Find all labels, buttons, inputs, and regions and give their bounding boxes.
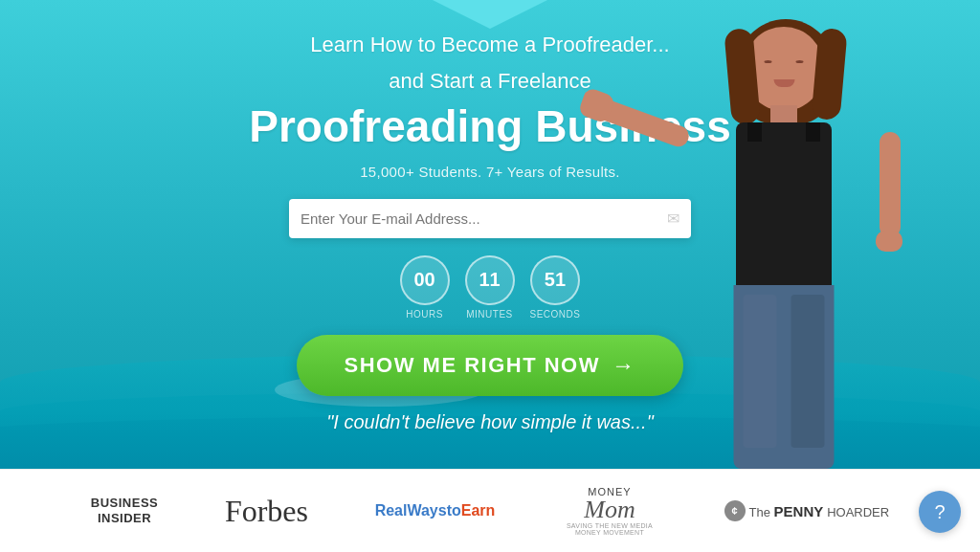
timer-hours: 00 HOURS [400,255,450,320]
email-form: ✉ [289,199,691,238]
brand-business-insider: BUSINESS INSIDER [91,496,158,525]
hero-section: Learn How to Become a Proofreader... and… [0,0,980,469]
strap-left [747,122,762,142]
brands-bar: BUSINESS INSIDER Forbes RealWaystoEarn M… [0,469,980,552]
timer-hours-label: HOURS [406,309,443,320]
arrow-right-icon: → [612,352,636,379]
timer-hours-value: 00 [400,255,450,305]
arm-right [880,132,901,237]
timer-minutes-label: MINUTES [466,309,513,320]
jeans-left-leg [744,295,777,448]
timer-seconds-label: SECONDS [530,309,581,320]
moneysaving-main: Mom [562,497,657,522]
business-insider-line2: INSIDER [91,511,158,526]
hair-front [736,24,836,100]
hair-left [724,28,761,125]
chat-icon: ? [934,501,945,523]
timer-seconds-value: 51 [530,255,580,305]
brand-realways: RealWaystoEarn [375,502,496,519]
penny-hoarder-text: The PENNY HOARDER [749,503,890,519]
hand-right [876,231,902,252]
person-jeans [734,285,835,469]
chat-button[interactable]: ? [919,491,961,533]
business-insider-line1: BUSINESS [91,496,158,511]
person-illustration [640,19,927,469]
strap-right [806,122,820,142]
timer-minutes: 11 MINUTES [465,255,515,320]
forbes-text: Forbes [225,494,308,529]
penny-circle-icon: ¢ [724,500,746,521]
person-torso [736,122,832,290]
brand-penny-hoarder: ¢ The PENNY HOARDER [724,500,890,521]
realways-text: RealWaystoEarn [375,502,496,519]
triangle-decoration [413,0,567,29]
cta-button-label: SHOW ME RIGHT NOW [345,353,600,378]
jeans-right-leg [791,295,825,448]
brand-forbes: Forbes [225,494,308,529]
timer-minutes-value: 11 [465,255,515,305]
moneysaving-sub: SAVING THE NEW MEDIA MONEY MOVEMENT [562,522,657,536]
email-input[interactable] [297,203,663,234]
timer-seconds: 51 SECONDS [530,255,581,320]
hair-right [812,28,848,121]
brand-moneysaving-mom: MONEY Mom SAVING THE NEW MEDIA MONEY MOV… [562,487,657,536]
cta-button[interactable]: SHOW ME RIGHT NOW → [297,335,684,396]
